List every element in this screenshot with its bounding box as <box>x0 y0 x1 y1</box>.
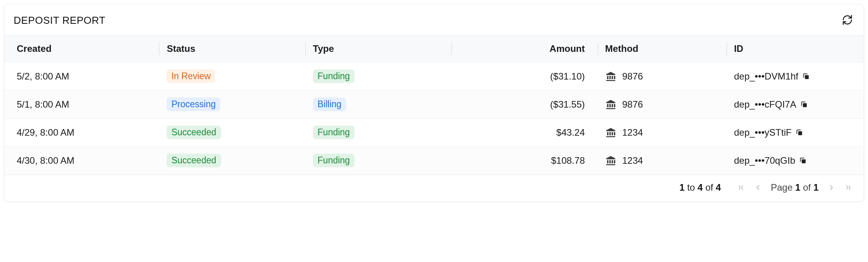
svg-rect-3 <box>802 159 806 163</box>
column-header-created[interactable]: Created <box>4 35 159 62</box>
first-page-button[interactable] <box>736 183 745 192</box>
status-badge: Succeeded <box>167 154 221 167</box>
cell-id: dep_•••70qGIb <box>726 147 864 174</box>
cell-type: Funding <box>305 62 451 90</box>
last-page-button[interactable] <box>844 183 853 192</box>
refresh-button[interactable] <box>840 13 854 28</box>
type-badge: Funding <box>313 154 355 167</box>
bank-icon <box>605 127 616 138</box>
table-row[interactable]: 4/29, 8:00 AMSucceededFunding$43.241234d… <box>4 119 864 147</box>
type-badge: Billing <box>313 97 346 111</box>
cell-id: dep_•••ySTtiF <box>726 119 864 146</box>
table-row[interactable]: 5/2, 8:00 AMIn ReviewFunding($31.10)9876… <box>4 62 864 90</box>
column-header-amount[interactable]: Amount <box>451 35 597 62</box>
range-total: 4 <box>716 182 721 193</box>
cell-method: 9876 <box>597 62 726 90</box>
column-header-method[interactable]: Method <box>597 35 726 62</box>
deposit-id: dep_•••ySTtiF <box>734 127 792 138</box>
copy-icon[interactable] <box>796 129 803 136</box>
bank-icon <box>605 155 616 166</box>
pager-controls: Page 1 of 1 <box>736 182 853 193</box>
cell-status: In Review <box>159 62 305 90</box>
cell-amount: ($31.55) <box>451 90 597 118</box>
svg-rect-0 <box>805 75 809 79</box>
cell-created: 4/29, 8:00 AM <box>4 119 159 146</box>
table-row[interactable]: 4/30, 8:00 AMSucceededFunding$108.781234… <box>4 147 864 175</box>
table-body: 5/2, 8:00 AMIn ReviewFunding($31.10)9876… <box>4 62 864 175</box>
cell-status: Succeeded <box>159 119 305 146</box>
method-number: 1234 <box>622 127 643 138</box>
range-from: 1 <box>679 182 684 193</box>
svg-rect-2 <box>798 131 802 135</box>
range-to: 4 <box>698 182 703 193</box>
page-title: DEPOSIT REPORT <box>14 14 105 27</box>
cell-amount: ($31.10) <box>451 62 597 90</box>
column-header-id[interactable]: ID <box>726 35 864 62</box>
copy-icon[interactable] <box>802 73 810 80</box>
cell-amount: $43.24 <box>451 119 597 146</box>
column-header-type[interactable]: Type <box>305 35 451 62</box>
card-header: DEPOSIT REPORT <box>4 4 864 35</box>
cell-created: 4/30, 8:00 AM <box>4 147 159 174</box>
status-badge: Processing <box>167 97 220 111</box>
deposit-id: dep_•••DVM1hf <box>734 71 798 82</box>
cell-amount: $108.78 <box>451 147 597 174</box>
cell-method: 9876 <box>597 90 726 118</box>
deposit-id: dep_•••cFQI7A <box>734 99 796 110</box>
column-header-status[interactable]: Status <box>159 35 305 62</box>
method-number: 1234 <box>622 155 643 166</box>
deposit-report-card: DEPOSIT REPORT Created Status Type Amoun… <box>4 4 864 202</box>
next-page-button[interactable] <box>827 183 836 192</box>
svg-rect-1 <box>803 103 807 107</box>
cell-status: Processing <box>159 90 305 118</box>
copy-icon[interactable] <box>800 101 808 108</box>
cell-created: 5/2, 8:00 AM <box>4 62 159 90</box>
table-header-row: Created Status Type Amount Method ID <box>4 35 864 62</box>
cell-type: Funding <box>305 147 451 174</box>
cell-type: Funding <box>305 119 451 146</box>
method-number: 9876 <box>622 99 643 110</box>
chevrons-right-icon <box>844 183 853 192</box>
bank-icon <box>605 71 616 82</box>
copy-icon[interactable] <box>799 157 807 165</box>
cell-status: Succeeded <box>159 147 305 174</box>
method-number: 9876 <box>622 71 643 82</box>
chevron-left-icon <box>754 183 762 192</box>
bank-icon <box>605 99 616 110</box>
page-indicator: Page 1 of 1 <box>771 182 819 193</box>
table-footer: 1 to 4 of 4 Page 1 of 1 <box>4 175 864 202</box>
chevrons-left-icon <box>736 183 745 192</box>
cell-method: 1234 <box>597 147 726 174</box>
cell-method: 1234 <box>597 119 726 146</box>
row-range: 1 to 4 of 4 <box>679 182 721 193</box>
table-row[interactable]: 5/1, 8:00 AMProcessingBilling($31.55)987… <box>4 90 864 119</box>
cell-type: Billing <box>305 90 451 118</box>
deposit-id: dep_•••70qGIb <box>734 155 795 166</box>
chevron-right-icon <box>827 183 836 192</box>
cell-id: dep_•••DVM1hf <box>726 62 864 90</box>
status-badge: Succeeded <box>167 126 221 139</box>
prev-page-button[interactable] <box>754 183 762 192</box>
cell-id: dep_•••cFQI7A <box>726 90 864 118</box>
cell-created: 5/1, 8:00 AM <box>4 90 159 118</box>
type-badge: Funding <box>313 69 355 83</box>
type-badge: Funding <box>313 126 355 139</box>
refresh-icon <box>842 14 853 25</box>
status-badge: In Review <box>167 69 215 83</box>
